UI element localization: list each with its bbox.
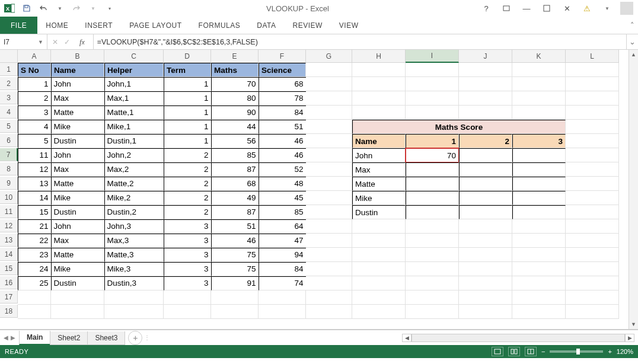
cell-G10[interactable]: [306, 191, 352, 205]
cell-J10[interactable]: [459, 191, 512, 205]
cell-L7[interactable]: [566, 148, 619, 162]
scroll-up-icon[interactable]: ▲: [629, 50, 638, 59]
cell-B6[interactable]: Dustin: [51, 134, 105, 148]
cell-F9[interactable]: 48: [259, 177, 307, 191]
cell-D8[interactable]: 2: [164, 162, 212, 177]
cell-I13[interactable]: [406, 234, 459, 248]
cell-A3[interactable]: 2: [18, 91, 52, 106]
minimize-icon[interactable]: —: [519, 1, 534, 15]
cell-F10[interactable]: 45: [259, 191, 307, 205]
cell-J8[interactable]: [459, 162, 512, 177]
cell-C5[interactable]: Mike,1: [104, 120, 164, 134]
cell-H16[interactable]: [352, 276, 406, 290]
qat-customize-icon[interactable]: ▾: [103, 2, 116, 15]
cell-D3[interactable]: 1: [164, 91, 212, 106]
row-header-18[interactable]: 18: [0, 305, 18, 318]
cell-A10[interactable]: 14: [18, 191, 52, 205]
cell-I18[interactable]: [406, 305, 459, 319]
cell-F6[interactable]: 46: [259, 134, 307, 148]
page-layout-view-icon[interactable]: [508, 347, 520, 356]
row-header-17[interactable]: 17: [0, 290, 18, 304]
cell-K11[interactable]: [512, 205, 566, 219]
cell-L13[interactable]: [566, 234, 619, 248]
cell-K16[interactable]: [512, 276, 566, 290]
cell-L18[interactable]: [566, 305, 619, 319]
redo-menu-icon[interactable]: ▼: [87, 2, 100, 15]
cell-F4[interactable]: 84: [259, 106, 307, 120]
tab-review[interactable]: REVIEW: [284, 17, 330, 34]
cell-A17[interactable]: [18, 290, 51, 305]
cell-G4[interactable]: [306, 106, 352, 120]
cell-C18[interactable]: [104, 305, 164, 319]
cell-G11[interactable]: [306, 205, 352, 219]
cell-B7[interactable]: John: [51, 148, 105, 162]
cell-K8[interactable]: [512, 162, 566, 177]
cell-I11[interactable]: [406, 205, 459, 219]
cell-D15[interactable]: 3: [164, 262, 212, 276]
cell-D11[interactable]: 2: [164, 205, 212, 219]
cell-K14[interactable]: [512, 248, 566, 262]
row-header-3[interactable]: 3: [0, 91, 18, 104]
scroll-down-icon[interactable]: ▼: [629, 320, 638, 329]
zoom-level[interactable]: 120%: [617, 348, 633, 355]
cell-C2[interactable]: John,1: [104, 77, 164, 91]
cell-G8[interactable]: [306, 162, 352, 177]
row-header-13[interactable]: 13: [0, 234, 18, 247]
cell-E10[interactable]: 49: [211, 191, 259, 205]
expand-formula-bar-icon[interactable]: ⌄: [626, 34, 638, 49]
undo-menu-icon[interactable]: ▼: [53, 2, 66, 15]
cell-G6[interactable]: [306, 134, 352, 148]
cell-G2[interactable]: [306, 77, 352, 91]
cell-B18[interactable]: [51, 305, 104, 319]
cell-E8[interactable]: 87: [211, 162, 259, 177]
close-icon[interactable]: ✕: [560, 1, 574, 15]
cell-E1[interactable]: Maths: [211, 63, 259, 77]
cell-D18[interactable]: [164, 305, 211, 319]
cell-G14[interactable]: [306, 248, 352, 262]
cell-D13[interactable]: 3: [164, 234, 212, 248]
col-header-I[interactable]: I: [406, 50, 459, 63]
cell-L11[interactable]: [566, 205, 619, 219]
cell-B2[interactable]: John: [51, 77, 105, 91]
col-header-K[interactable]: K: [512, 50, 566, 63]
cell-F2[interactable]: 68: [259, 77, 307, 91]
cell-D17[interactable]: [164, 290, 211, 305]
cell-B9[interactable]: Matte: [51, 177, 105, 191]
cell-I1[interactable]: [406, 63, 459, 77]
cell-B1[interactable]: Name: [51, 63, 104, 77]
cell-F1[interactable]: Science: [259, 63, 306, 77]
cell-A1[interactable]: S No: [18, 63, 51, 77]
cell-C8[interactable]: Max,2: [104, 162, 164, 177]
row-header-6[interactable]: 6: [0, 134, 18, 147]
vertical-scrollbar[interactable]: ▲ ▼: [629, 50, 638, 329]
cell-C1[interactable]: Helper: [104, 63, 164, 77]
cell-B16[interactable]: Dustin: [51, 276, 105, 290]
cell-D9[interactable]: 2: [164, 177, 212, 191]
cell-I4[interactable]: [406, 106, 459, 120]
cell-L10[interactable]: [566, 191, 619, 205]
row-header-14[interactable]: 14: [0, 248, 18, 261]
cell-D12[interactable]: 3: [164, 219, 212, 234]
tab-data[interactable]: DATA: [248, 17, 284, 34]
select-all-corner[interactable]: [0, 50, 18, 63]
cell-K13[interactable]: [512, 234, 566, 248]
cell-H1[interactable]: [352, 63, 406, 77]
cell-H15[interactable]: [352, 262, 406, 276]
cell-H9[interactable]: Matte: [352, 177, 406, 191]
cell-A6[interactable]: 5: [18, 134, 52, 148]
cell-D16[interactable]: 3: [164, 276, 212, 290]
cell-K7[interactable]: [512, 148, 566, 162]
cell-A15[interactable]: 24: [18, 262, 52, 276]
redo-icon[interactable]: [70, 2, 83, 15]
cell-A8[interactable]: 12: [18, 162, 52, 177]
cell-E16[interactable]: 91: [211, 276, 259, 290]
col-header-A[interactable]: A: [18, 50, 51, 63]
cell-A5[interactable]: 4: [18, 120, 52, 134]
cell-B15[interactable]: Mike: [51, 262, 105, 276]
cell-K12[interactable]: [512, 219, 566, 234]
cell-G18[interactable]: [306, 305, 352, 319]
cell-B10[interactable]: Mike: [51, 191, 105, 205]
cell-L12[interactable]: [566, 219, 619, 234]
warning-icon[interactable]: ⚠: [580, 1, 594, 15]
cell-K18[interactable]: [512, 305, 566, 319]
